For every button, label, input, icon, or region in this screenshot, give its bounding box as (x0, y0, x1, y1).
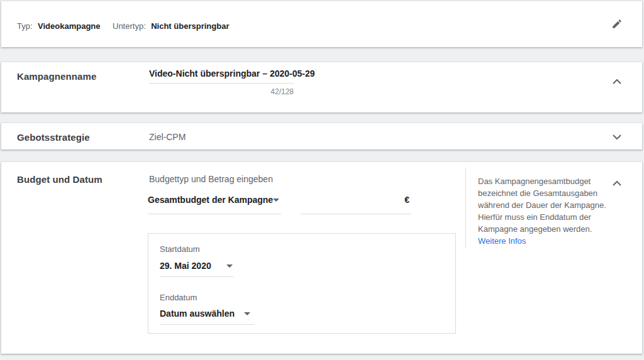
budget-amount-field: € (301, 195, 411, 214)
campaign-subtype: Untertyp: Nicht überspringbar (113, 20, 229, 31)
end-date-label: Enddatum (160, 293, 197, 302)
subtype-value: Nicht überspringbar (151, 21, 229, 31)
budget-amount-input[interactable] (301, 195, 404, 205)
type-label: Typ: (17, 21, 33, 31)
budget-type-value: Gesamtbudget der Kampagne (148, 195, 273, 205)
budget-date-card: Budget und Datum Budgettyp und Betrag ei… (1, 162, 642, 354)
collapse-budget-button[interactable] (611, 177, 623, 190)
arrow-drop-down-icon (273, 199, 279, 202)
bidding-strategy-card: Gebotsstrategie Ziel-CPM (1, 123, 642, 150)
campaign-name-field: Video-Nicht überspringbar – 2020-05-29 4… (149, 68, 294, 96)
chevron-up-icon (613, 79, 621, 84)
chevron-up-icon (613, 181, 621, 186)
start-date-label: Startdatum (160, 244, 200, 254)
bidding-strategy-value: Ziel-CPM (149, 132, 186, 142)
budget-section-label: Budget und Datum (17, 174, 103, 185)
start-date-value: 29. Mai 2020 (160, 261, 211, 271)
arrow-drop-down-icon (226, 265, 233, 268)
arrow-drop-down-icon (244, 312, 250, 315)
pencil-icon (611, 18, 623, 30)
expand-bidding-button[interactable] (611, 131, 623, 143)
weitere-infos-link[interactable]: Weitere Infos (478, 235, 526, 247)
char-counter: 42/128 (149, 87, 294, 96)
chevron-down-icon (613, 134, 621, 139)
campaign-name-section-label: Kampagnenname (17, 71, 96, 82)
budget-help-panel: Das Kampagnengesamtbudget bezeichnet die… (465, 168, 623, 248)
collapse-campaign-name-button[interactable] (611, 75, 623, 88)
bidding-section-label: Gebotsstrategie (17, 132, 90, 143)
date-range-box: Startdatum 29. Mai 2020 Enddatum Datum a… (148, 233, 456, 334)
type-value: Videokampagne (38, 21, 100, 31)
end-date-value: Datum auswählen (160, 308, 235, 319)
currency-symbol: € (404, 195, 411, 205)
start-date-dropdown[interactable]: 29. Mai 2020 (160, 261, 234, 277)
campaign-name-card: Kampagnenname Video-Nicht überspringbar … (1, 62, 642, 112)
campaign-type-bar: Typ: Videokampagne Untertyp: Nicht übers… (1, 1, 642, 47)
edit-campaign-type-button[interactable] (611, 18, 623, 30)
budget-type-dropdown[interactable]: Gesamtbudget der Kampagne (148, 195, 281, 214)
campaign-type: Typ: Videokampagne (17, 20, 101, 31)
campaign-settings-page: Typ: Videokampagne Untertyp: Nicht übers… (0, 0, 644, 360)
subtype-label: Untertyp: (113, 21, 146, 31)
budget-help-text: Das Kampagnengesamtbudget bezeichnet die… (478, 175, 608, 235)
campaign-name-input[interactable]: Video-Nicht überspringbar – 2020-05-29 (149, 68, 294, 84)
budget-prompt: Budgettyp und Betrag eingeben (149, 174, 273, 184)
end-date-dropdown[interactable]: Datum auswählen (160, 308, 254, 325)
